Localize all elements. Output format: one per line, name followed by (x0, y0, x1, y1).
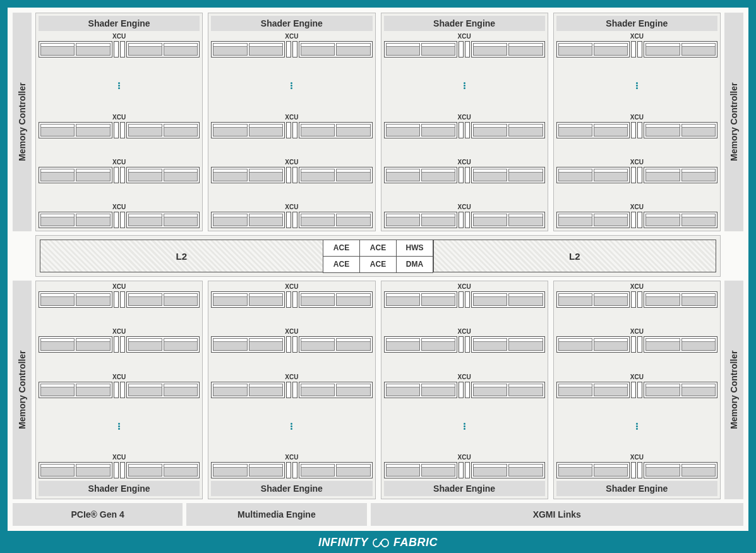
shader-engine: Shader Engine XCU XCU XCU XCU (208, 13, 375, 231)
xcu-label: XCU (630, 454, 644, 461)
xcu-label: XCU (458, 204, 471, 210)
shader-engine-title: Shader Engine (211, 16, 372, 31)
xcu-row (211, 122, 372, 138)
xcu-label: XCU (458, 454, 471, 461)
xcu-label: XCU (285, 159, 298, 166)
xcu-label: XCU (285, 284, 298, 290)
ace-block: ACE (323, 256, 360, 273)
xcu-label: XCU (285, 114, 298, 121)
xcu-row (556, 462, 717, 478)
ace-block: ACE (359, 256, 397, 273)
bottom-row: Memory Controller XCU XCU XCU XCU Shader… (13, 281, 743, 499)
shader-engine-title: Shader Engine (556, 481, 717, 496)
xcu-label: XCU (458, 329, 471, 335)
xcu-row (211, 167, 372, 183)
xcu-list: XCU XCU XCU XCU (39, 284, 200, 478)
xcu-row (556, 212, 717, 228)
xcu-row (384, 382, 545, 398)
chip-diagram: Memory Controller Shader Engine XCU XCU … (8, 8, 748, 531)
xcu-row (384, 167, 545, 183)
xcu-label: XCU (285, 204, 298, 210)
ellipsis-icon (39, 423, 200, 430)
xcu-label: XCU (112, 329, 126, 335)
shader-engine: Shader Engine XCU XCU XCU XCU (381, 13, 548, 231)
xcu-row (39, 212, 200, 228)
infinity-fabric-frame: Memory Controller Shader Engine XCU XCU … (0, 0, 756, 553)
l2-cache-right: L2 (433, 240, 717, 272)
ellipsis-icon (384, 423, 545, 430)
xcu-label: XCU (630, 374, 644, 380)
xcu-row (556, 382, 717, 398)
xcu-row (39, 462, 200, 478)
xcu-row (384, 462, 545, 478)
xcu-row (384, 41, 545, 58)
svg-point-0 (380, 542, 381, 544)
memory-controller-top-left: Memory Controller (13, 13, 32, 231)
xcu-label: XCU (630, 284, 644, 290)
xcu-row (556, 336, 717, 353)
shader-engine-title: Shader Engine (39, 481, 200, 496)
top-row: Memory Controller Shader Engine XCU XCU … (13, 13, 743, 231)
memory-controller-bottom-right: Memory Controller (724, 281, 743, 499)
shader-engine: Shader Engine XCU XCU XCU XCU (553, 13, 721, 231)
xcu-row (211, 212, 372, 228)
xcu-label: XCU (112, 284, 126, 290)
xcu-label: XCU (458, 284, 471, 290)
shader-engine: XCU XCU XCU XCU Shader Engine (35, 281, 203, 499)
xcu-row (556, 167, 717, 183)
xcu-row (384, 122, 545, 138)
xcu-row (39, 336, 200, 353)
memory-controller-bottom-left: Memory Controller (13, 281, 32, 499)
xcu-label: XCU (630, 204, 644, 210)
xcu-label: XCU (458, 159, 471, 166)
ace-block: ACE (359, 240, 397, 257)
ellipsis-icon (211, 82, 372, 89)
xcu-row (211, 462, 372, 478)
command-processor-grid: ACE ACE HWS ACE ACE DMA (323, 240, 433, 272)
ellipsis-icon (211, 423, 372, 430)
xcu-label: XCU (458, 114, 471, 121)
shader-engine-title: Shader Engine (211, 481, 372, 496)
l2-strip: L2 ACE ACE HWS ACE ACE DMA L2 (13, 235, 743, 277)
shader-engines-bottom: XCU XCU XCU XCU Shader Engine XCU XCU XC (35, 281, 721, 499)
xcu-list: XCU XCU XCU XCU (384, 33, 545, 228)
shader-engine-title: Shader Engine (384, 16, 545, 31)
xcu-row (39, 167, 200, 183)
xcu-row (384, 336, 545, 353)
ellipsis-icon (556, 82, 717, 89)
xcu-label: XCU (285, 374, 298, 380)
infinity-fabric-label: INFINITY FABRIC (0, 536, 756, 549)
shader-engine-title: Shader Engine (556, 16, 717, 31)
xcu-list: XCU XCU XCU XCU (39, 33, 200, 228)
xcu-label: XCU (112, 114, 126, 121)
xcu-label: XCU (630, 159, 644, 166)
dma-block: DMA (396, 256, 433, 273)
xcu-label: XCU (458, 374, 471, 380)
shader-engine: XCU XCU XCU XCU Shader Engine (553, 281, 721, 499)
xcu-label: XCU (285, 33, 298, 40)
xcu-label: XCU (285, 454, 298, 461)
xcu-label: XCU (112, 33, 126, 40)
xcu-list: XCU XCU XCU XCU (211, 33, 372, 228)
xcu-row (39, 41, 200, 58)
xcu-row (556, 41, 717, 58)
xcu-label: XCU (630, 114, 644, 121)
ellipsis-icon (384, 82, 545, 89)
shader-engine-title: Shader Engine (39, 16, 200, 31)
shader-engine-title: Shader Engine (384, 481, 545, 496)
shader-engine: XCU XCU XCU XCU Shader Engine (208, 281, 375, 499)
ace-block: ACE (323, 240, 360, 257)
xcu-row (384, 291, 545, 308)
xcu-row (211, 382, 372, 398)
infinity-icon (372, 538, 390, 548)
xcu-label: XCU (112, 204, 126, 210)
ellipsis-icon (39, 82, 200, 89)
xcu-list: XCU XCU XCU XCU (556, 33, 717, 228)
xcu-row (39, 382, 200, 398)
xcu-label: XCU (285, 329, 298, 335)
xcu-list: XCU XCU XCU XCU (211, 284, 372, 478)
xcu-label: XCU (112, 374, 126, 380)
xcu-row (211, 41, 372, 58)
xgmi-block: XGMI Links (371, 503, 744, 526)
xcu-row (39, 122, 200, 138)
